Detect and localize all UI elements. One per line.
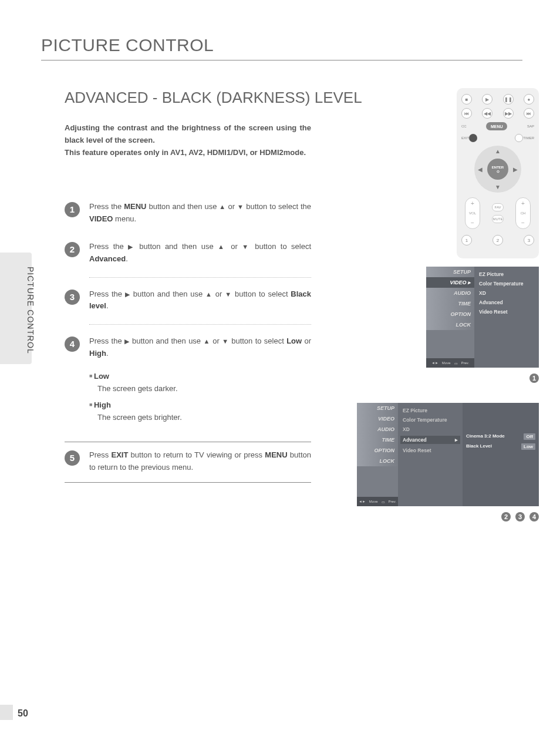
exit-bold: EXIT — [111, 450, 128, 459]
osd-pane-videoreset: Video Reset — [403, 447, 458, 453]
option-low: Low The screen gets darker. — [89, 371, 311, 395]
timer-button-icon — [515, 134, 523, 142]
osd-pane-videoreset: Video Reset — [479, 309, 534, 315]
osd-side-audio: AUDIO — [426, 288, 474, 298]
remote-row-menu: CC MENU SAP — [461, 122, 534, 130]
osd-pane-ezpicture: EZ Picture — [479, 271, 534, 277]
video-bold: VIDEO — [89, 214, 113, 223]
t: or — [226, 202, 237, 211]
option-low-desc: The screen gets darker. — [97, 383, 311, 395]
dpad-up-icon: ▲ — [495, 148, 501, 154]
low-bold: Low — [286, 337, 302, 345]
step-badge-2: 2 — [65, 242, 80, 257]
osd1-sidebar: SETUP VIDEO ▸ AUDIO TIME OPTION LOCK ◄►M… — [426, 267, 474, 368]
t: Black Level — [466, 443, 492, 450]
osd-side-lock: LOCK — [426, 319, 474, 330]
menu-bold: MENU — [265, 450, 287, 459]
remote-row-exit: EXIT TIMER — [461, 134, 534, 142]
mute-button: MUTE — [492, 215, 504, 223]
t: Move — [369, 500, 378, 503]
right-arrow-icon: ▶ — [128, 243, 135, 250]
t: Press the — [89, 290, 125, 298]
t: menu. — [113, 214, 136, 223]
up-arrow-icon: ▲ — [218, 243, 227, 250]
osd-side-setup: SETUP — [357, 403, 398, 413]
osd-ref-badge-4: 4 — [529, 512, 539, 521]
osd-pane-ezpicture: EZ Picture — [403, 408, 458, 413]
t: Prev. — [389, 500, 397, 503]
stop-button-icon: ■ — [461, 94, 472, 105]
osd-sub-blacklevel: Black Level Low — [466, 443, 535, 450]
num-1-button: 1 — [461, 235, 472, 245]
up-arrow-icon: ▲ — [205, 291, 212, 298]
t: or — [302, 337, 311, 345]
t: VIDEO — [450, 280, 466, 285]
sap-label: SAP — [527, 124, 534, 128]
osd-pane-advanced: Advanced — [479, 300, 534, 305]
t: button and then use — [130, 337, 204, 345]
step-5: 5 Press EXIT button to return to TV view… — [65, 442, 311, 483]
dotted-divider — [89, 324, 311, 325]
vol-ch-row: +VOL− FAV MUTE +CH− — [461, 197, 534, 229]
t: button and then use — [130, 290, 205, 298]
play-button-icon: ▶ — [482, 94, 492, 105]
osd-side-time: TIME — [357, 435, 398, 445]
step-2-text: Press the ▶ button and then use ▲ or ▼ b… — [89, 241, 311, 265]
menu-bold: MENU — [124, 202, 146, 211]
intro-line-2: This feature operates only in AV1, AV2, … — [65, 148, 306, 157]
t: Press the — [89, 202, 124, 211]
ffwd-button-icon: ▶▶ — [503, 108, 514, 119]
osd-footer: ◄►Move ▭Prev. — [357, 497, 398, 506]
osd-ref-badge-3: 3 — [515, 512, 525, 521]
caret-icon: ▸ — [455, 437, 458, 443]
t: . — [126, 254, 128, 263]
dpad-down-icon: ▼ — [495, 184, 501, 190]
remote-row-transport-1: ■ ▶ ❚❚ ● — [461, 94, 534, 105]
osd-menu-2: SETUP VIDEO AUDIO TIME OPTION LOCK ◄►Mov… — [357, 403, 539, 506]
cc-label: CC — [461, 124, 467, 128]
down-arrow-icon: ▼ — [222, 338, 229, 345]
exit-label: EXIT — [461, 136, 469, 140]
caret-icon: ▸ — [468, 280, 471, 285]
t: button to select — [232, 290, 291, 298]
dotted-divider — [89, 277, 311, 278]
timer-label: TIMER — [523, 136, 534, 140]
ch-label: CH — [521, 211, 526, 215]
osd1-pane: EZ Picture Color Temperature XD Advanced… — [474, 267, 539, 368]
option-block: Low The screen gets darker. High The scr… — [89, 371, 311, 424]
t: or — [210, 337, 222, 345]
down-arrow-icon: ▼ — [242, 243, 251, 250]
step-1: 1 Press the MENU button and then use ▲ o… — [65, 194, 311, 234]
osd2-subpane: Cinema 3:2 Mode Off Black Level Low — [463, 403, 539, 506]
enter-button: ENTER ⊙ — [487, 159, 508, 180]
up-arrow-icon: ▲ — [219, 203, 225, 210]
osd-pane-advanced-active: Advanced▸ — [400, 436, 460, 444]
osd-pane-colortemp: Color Temperature — [403, 417, 458, 423]
t: button and then use — [135, 242, 218, 251]
prev-button-icon: ⏮ — [461, 108, 472, 119]
t: . — [106, 349, 109, 358]
numpad-row: 1 2 3 — [461, 235, 534, 245]
dpad-left-icon: ◀ — [478, 166, 483, 173]
osd-ref-badge-1: 1 — [529, 374, 539, 383]
step-3: 3 Press the ▶ button and then use ▲ or ▼… — [65, 281, 311, 321]
osd-ref-badge-2: 2 — [501, 512, 511, 521]
advanced-bold: Advanced — [89, 254, 126, 263]
option-low-label: Low — [89, 371, 311, 383]
section-title: PICTURE CONTROL — [41, 35, 522, 60]
osd-side-video: VIDEO — [357, 413, 398, 424]
step-5-text: Press EXIT button to return to TV viewin… — [89, 449, 311, 474]
rewind-button-icon: ◀◀ — [482, 108, 492, 119]
t: Move — [442, 361, 451, 365]
option-high: High The screen gets brighter. — [89, 399, 311, 424]
next-button-icon: ⏭ — [524, 108, 534, 119]
t: Advanced — [403, 437, 427, 443]
osd-side-lock: LOCK — [357, 456, 398, 466]
remote-illustration: ■ ▶ ❚❚ ● ⏮ ◀◀ ▶▶ ⏭ CC MENU SAP EXIT TIME… — [457, 88, 539, 258]
steps-list: 1 Press the MENU button and then use ▲ o… — [65, 194, 311, 482]
exit-button-icon — [469, 134, 477, 142]
step-3-text: Press the ▶ button and then use ▲ or ▼ b… — [89, 288, 311, 313]
down-arrow-icon: ▼ — [225, 291, 232, 298]
down-arrow-icon: ▼ — [237, 203, 244, 210]
t: button and then use — [146, 202, 219, 211]
